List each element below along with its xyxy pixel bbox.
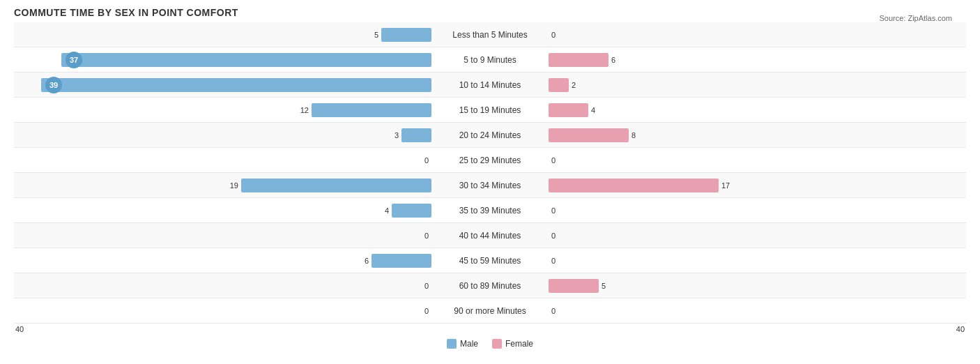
male-value: 12 (295, 106, 309, 114)
male-bar-wrapper: 0 (14, 153, 431, 168)
male-bar-wrapper: 0 (14, 303, 431, 319)
chart-row: 1215 to 19 Minutes4 (14, 98, 966, 123)
right-section: 0 (546, 298, 966, 323)
center-label: 45 to 59 Minutes (434, 256, 546, 266)
row-inner: 3910 to 14 Minutes2 (14, 73, 966, 97)
chart-row: 090 or more Minutes0 (14, 298, 966, 324)
female-bar (549, 279, 599, 293)
right-section: 4 (546, 98, 966, 122)
male-value: 3 (385, 131, 399, 139)
center-label: 5 to 9 Minutes (434, 55, 546, 65)
female-bar (549, 78, 569, 92)
female-value: 0 (551, 257, 565, 265)
male-bubble: 37 (66, 52, 82, 68)
row-inner: 040 to 44 Minutes0 (14, 223, 966, 248)
chart-row: 375 to 9 Minutes6 (14, 47, 966, 73)
male-bar (381, 28, 431, 42)
female-bar (549, 53, 608, 67)
right-section: 0 (546, 22, 966, 47)
female-value: 0 (551, 31, 565, 39)
female-bar (549, 103, 588, 117)
chart-row: 060 to 89 Minutes5 (14, 273, 966, 298)
center-label: 25 to 29 Minutes (434, 156, 546, 165)
female-value: 0 (551, 307, 565, 315)
row-inner: 1215 to 19 Minutes4 (14, 98, 966, 122)
female-bar-wrapper: 4 (549, 103, 966, 118)
chart-row: 3910 to 14 Minutes2 (14, 73, 966, 98)
male-value: 19 (224, 181, 238, 190)
female-bar-wrapper: 6 (549, 52, 966, 68)
female-bar-wrapper: 0 (549, 203, 966, 218)
male-bar-wrapper: 4 (14, 203, 431, 218)
male-bar: 37 (61, 53, 431, 67)
right-section: 6 (546, 47, 966, 72)
center-label: 90 or more Minutes (434, 306, 546, 316)
left-section: 37 (14, 47, 434, 72)
right-section: 0 (546, 198, 966, 222)
male-value: 0 (415, 232, 429, 240)
male-value: 0 (415, 282, 429, 290)
center-label: 30 to 34 Minutes (434, 181, 546, 190)
female-bar-wrapper: 8 (549, 128, 966, 143)
axis-left-label: 40 (14, 325, 436, 333)
male-bar-wrapper: 3 (14, 128, 431, 143)
right-section: 0 (546, 248, 966, 273)
legend: Male Female (14, 339, 966, 349)
center-label: 60 to 89 Minutes (434, 281, 546, 291)
male-bar (241, 179, 431, 192)
left-section: 0 (14, 148, 434, 172)
male-bar-wrapper: 19 (14, 178, 431, 193)
left-section: 0 (14, 223, 434, 248)
right-section: 0 (546, 148, 966, 172)
chart-row: 645 to 59 Minutes0 (14, 248, 966, 273)
right-section: 0 (546, 223, 966, 248)
left-section: 19 (14, 173, 434, 197)
male-bar (401, 128, 431, 142)
right-section: 5 (546, 273, 966, 298)
legend-male-label: Male (460, 339, 478, 349)
chart-row: 025 to 29 Minutes0 (14, 148, 966, 173)
row-inner: 090 or more Minutes0 (14, 298, 966, 323)
row-inner: 060 to 89 Minutes5 (14, 273, 966, 298)
right-section: 8 (546, 123, 966, 147)
male-bar: 39 (41, 78, 431, 92)
right-section: 2 (546, 73, 966, 97)
female-value: 6 (611, 56, 625, 64)
chart-container: 5Less than 5 Minutes0375 to 9 Minutes639… (14, 22, 966, 335)
left-section: 12 (14, 98, 434, 122)
left-section: 39 (14, 73, 434, 97)
female-value: 0 (551, 232, 565, 240)
male-bar-wrapper: 0 (14, 278, 431, 294)
left-section: 0 (14, 273, 434, 298)
female-value: 2 (572, 81, 585, 89)
female-bar-wrapper: 0 (549, 303, 966, 319)
legend-male-box (447, 339, 457, 349)
row-inner: 645 to 59 Minutes0 (14, 248, 966, 273)
male-bar (392, 204, 431, 218)
male-value: 0 (415, 156, 429, 165)
male-bar-wrapper: 37 (14, 52, 431, 68)
legend-male: Male (447, 339, 478, 349)
male-bubble: 39 (45, 77, 62, 93)
center-label: 15 to 19 Minutes (434, 105, 546, 115)
chart-row: 1930 to 34 Minutes17 (14, 173, 966, 198)
male-bar-wrapper: 0 (14, 228, 431, 243)
female-bar-wrapper: 0 (549, 27, 966, 43)
female-value: 17 (721, 181, 735, 190)
male-bar-wrapper: 5 (14, 27, 431, 43)
female-value: 8 (631, 131, 645, 139)
chart-row: 435 to 39 Minutes0 (14, 198, 966, 223)
female-bar-wrapper: 0 (549, 253, 966, 268)
female-bar-wrapper: 2 (549, 77, 966, 93)
male-value: 6 (355, 257, 369, 265)
left-section: 5 (14, 22, 434, 47)
female-bar-wrapper: 0 (549, 153, 966, 168)
male-bar-wrapper: 12 (14, 103, 431, 118)
axis-right-label: 40 (544, 325, 966, 333)
row-inner: 435 to 39 Minutes0 (14, 198, 966, 222)
legend-female-box (492, 339, 502, 349)
chart-title: COMMUTE TIME BY SEX IN POINT COMFORT (14, 7, 966, 18)
row-inner: 320 to 24 Minutes8 (14, 123, 966, 147)
female-value: 4 (591, 106, 605, 114)
axis-row: 4040 (14, 324, 966, 335)
